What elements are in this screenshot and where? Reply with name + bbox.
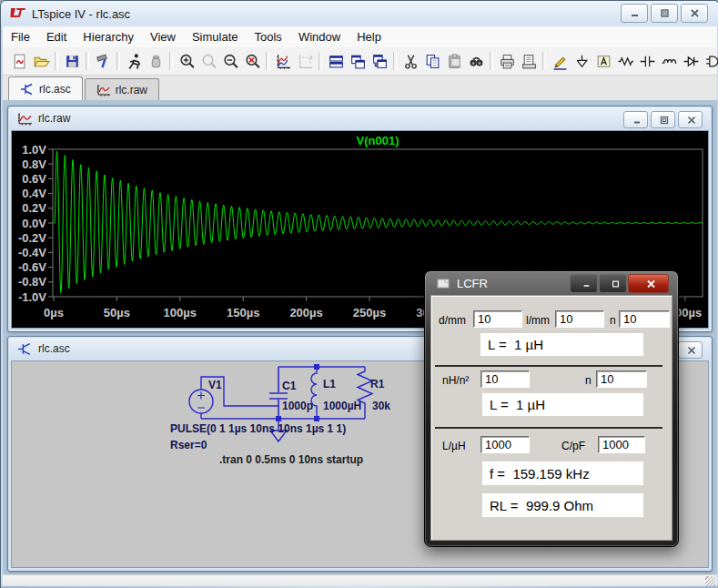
- cascade-icon[interactable]: [369, 50, 390, 72]
- toolbar-separator: [55, 52, 58, 70]
- tab-label: rlc.asc: [39, 83, 71, 96]
- restore-button[interactable]: [651, 4, 678, 23]
- main-titlebar[interactable]: LTspice IV - rlc.asc: [1, 1, 718, 26]
- mdi-area: rlc.raw 1.0V0.8V0.6V0.4V0.2V0.0V-0.2V-0.…: [3, 100, 717, 574]
- schematic-tab-icon: [20, 83, 35, 96]
- open-icon[interactable]: [30, 50, 52, 72]
- tile-horizontal-icon[interactable]: [325, 50, 347, 72]
- lcfr-dialog-icon: [437, 278, 450, 289]
- c-pf-input[interactable]: [598, 436, 645, 453]
- junction-node: [314, 416, 319, 421]
- toolbar-separator: [319, 52, 322, 70]
- lcfr-close-button[interactable]: [628, 274, 669, 293]
- toolbar-separator: [542, 52, 546, 70]
- cut-icon[interactable]: [399, 50, 421, 72]
- schematic-window-title: rlc.asc: [38, 342, 70, 355]
- control-panel-icon[interactable]: [92, 50, 114, 72]
- run-icon[interactable]: [123, 50, 145, 72]
- l1-ref-label: L1: [323, 378, 336, 390]
- tran-directive: .tran 0 0.5ms 0 10ns startup: [219, 453, 363, 466]
- toolbar-separator: [169, 52, 173, 70]
- menu-window[interactable]: Window: [290, 27, 349, 46]
- save-icon[interactable]: [61, 50, 83, 72]
- waveform-minimize-button[interactable]: [623, 111, 648, 128]
- lcfr-dialog: LCFR d/mm l/mm n L = 1 µH nH/n²: [424, 270, 679, 547]
- l-uh-input[interactable]: [480, 436, 530, 453]
- waveform-window-title: rlc.raw: [38, 112, 70, 125]
- toolbar-separator: [393, 52, 397, 70]
- component-icon[interactable]: [702, 50, 718, 72]
- v1-ref-label: V1: [208, 379, 222, 391]
- l-mm-input[interactable]: [555, 310, 604, 328]
- zoom-full-icon[interactable]: [241, 50, 263, 72]
- svg-text:100µs: 100µs: [164, 306, 197, 319]
- svg-text:1.0V: 1.0V: [22, 143, 46, 157]
- svg-text:150µs: 150µs: [227, 306, 259, 319]
- tab-label: rlc.raw: [116, 84, 147, 96]
- menu-help[interactable]: Help: [349, 27, 389, 46]
- resistor-icon[interactable]: [614, 50, 636, 72]
- n-turns2-label: n: [585, 374, 592, 387]
- tab-rlc-asc[interactable]: rlc.asc: [8, 76, 83, 100]
- al-value-label: nH/n²: [442, 374, 469, 387]
- svg-text:0.4V: 0.4V: [22, 187, 46, 200]
- diode-icon[interactable]: [680, 50, 702, 72]
- n-turns-input[interactable]: [619, 310, 670, 328]
- lcfr-titlebar[interactable]: LCFR: [425, 271, 678, 295]
- menu-view[interactable]: View: [142, 27, 184, 46]
- paste-icon[interactable]: [443, 50, 465, 72]
- net-label-icon[interactable]: [592, 50, 614, 72]
- inductor-icon[interactable]: [658, 50, 680, 72]
- menu-tools[interactable]: Tools: [247, 27, 290, 46]
- d-mm-input[interactable]: [473, 310, 522, 328]
- n-turns-label: n: [610, 314, 616, 327]
- v1-polarity-marks: [197, 392, 205, 409]
- menu-edit[interactable]: Edit: [38, 27, 75, 46]
- resize-grip[interactable]: [705, 576, 715, 586]
- halt-icon[interactable]: [145, 50, 167, 72]
- copy-icon[interactable]: [421, 50, 443, 72]
- c1-ref-label: C1: [282, 380, 297, 392]
- n-turns2-input[interactable]: [596, 370, 647, 388]
- lcfr-maximize-button[interactable]: [599, 274, 627, 293]
- waveform-close-button[interactable]: [678, 111, 703, 128]
- junction-node: [314, 364, 319, 370]
- menu-bar: File Edit Hierarchy View Simulate Tools …: [3, 26, 717, 48]
- ground-icon[interactable]: [571, 50, 592, 72]
- find-icon[interactable]: [465, 50, 487, 72]
- al-value-input[interactable]: [480, 370, 530, 388]
- c1-value-label: 1000p: [282, 400, 313, 412]
- print-icon[interactable]: [496, 50, 518, 72]
- autorange-icon[interactable]: [294, 50, 316, 72]
- lcfr-minimize-button[interactable]: [570, 274, 598, 293]
- schematic-close-button[interactable]: [678, 341, 703, 359]
- tile-vertical-icon[interactable]: [347, 50, 369, 72]
- waveform-pane-icon[interactable]: [272, 50, 294, 72]
- print-preview-icon[interactable]: [518, 50, 540, 72]
- close-button[interactable]: [681, 4, 708, 23]
- d-mm-label: d/mm: [439, 314, 466, 327]
- minimize-button[interactable]: [621, 4, 648, 23]
- tab-rlc-raw[interactable]: rlc.raw: [85, 78, 159, 100]
- c-pf-label: C/pF: [561, 440, 585, 452]
- waveform-restore-button[interactable]: [651, 111, 675, 128]
- frequency-result: f = 159.159 kHz: [482, 461, 643, 485]
- svg-text:0.0V: 0.0V: [22, 217, 46, 230]
- menu-hierarchy[interactable]: Hierarchy: [75, 27, 142, 46]
- section-separator: [435, 427, 662, 429]
- l-uh-label: L/µH: [442, 440, 466, 452]
- draw-wire-icon[interactable]: [549, 50, 571, 72]
- menu-simulate[interactable]: Simulate: [184, 27, 247, 46]
- menu-file[interactable]: File: [3, 27, 38, 46]
- inductance-result-2: L = 1 µH: [482, 393, 643, 416]
- new-schematic-icon[interactable]: [8, 50, 30, 72]
- capacitor-icon[interactable]: [636, 50, 658, 72]
- svg-text:200µs: 200µs: [289, 306, 322, 319]
- zoom-in-icon[interactable]: [176, 50, 197, 72]
- waveform-window-titlebar[interactable]: rlc.raw: [9, 107, 711, 129]
- zoom-out-icon[interactable]: [219, 50, 241, 72]
- zoom-back-icon[interactable]: [197, 50, 219, 72]
- document-tabbar: rlc.asc rlc.raw: [3, 76, 717, 100]
- waveform-tab-icon: [96, 84, 111, 96]
- l-mm-label: l/mm: [526, 314, 550, 327]
